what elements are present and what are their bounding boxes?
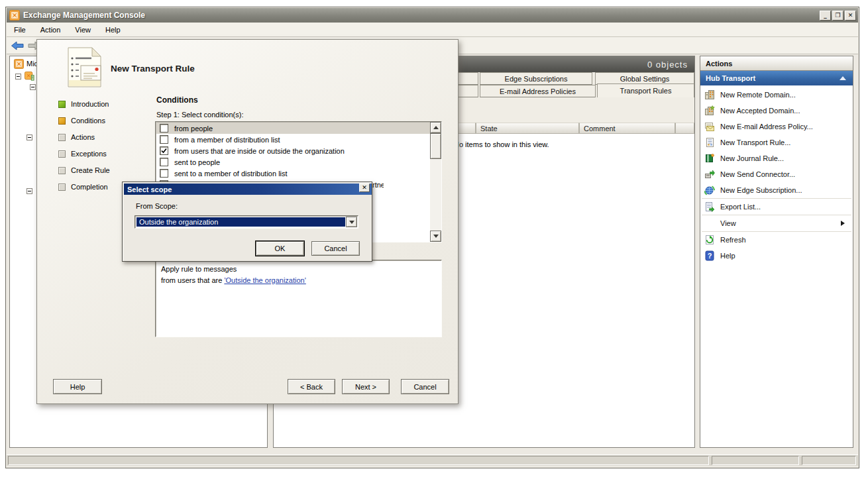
select-scope-dialog: Select scope ✕ From Scope: Outside the o… — [122, 182, 372, 262]
tree-node — [15, 71, 34, 81]
restore-button[interactable]: ❐ — [832, 11, 843, 21]
empty-view-text: No items to show in this view. — [454, 140, 549, 148]
status-bar — [7, 454, 858, 466]
tree-node — [27, 134, 32, 140]
help-icon: ? — [704, 250, 715, 261]
action-new-email-address-policy[interactable]: New E-mail Address Policy... — [700, 119, 853, 134]
next-button[interactable]: Next > — [342, 379, 390, 394]
menu-action[interactable]: Action — [33, 23, 68, 36]
step-status-icon — [58, 150, 66, 158]
action-export-list[interactable]: Export List... — [700, 199, 853, 215]
wizard-step-conditions[interactable]: Conditions — [58, 115, 105, 126]
ok-button[interactable]: OK — [256, 241, 304, 256]
step-status-icon — [58, 167, 66, 174]
step-status-icon — [58, 101, 66, 108]
action-label: New Edge Subscription... — [720, 186, 802, 194]
window-title: Exchange Management Console — [23, 11, 145, 20]
scrollbar-thumb[interactable] — [430, 133, 441, 159]
exchange-logo-icon — [9, 10, 20, 21]
collapse-chevron-icon[interactable] — [840, 76, 846, 80]
new-email-address-policy-icon — [704, 121, 715, 132]
action-new-transport-rule[interactable]: New Transport Rule... — [700, 134, 853, 150]
objects-count: 0 objects — [647, 60, 688, 70]
action-new-journal-rule[interactable]: New Journal Rule... — [700, 150, 853, 166]
svg-text:?: ? — [708, 252, 712, 260]
action-help[interactable]: ? Help — [700, 248, 853, 264]
checkbox-checked[interactable] — [160, 146, 168, 155]
collapse-toggle[interactable] — [27, 188, 32, 194]
condition-from-people[interactable]: from people — [156, 123, 431, 134]
action-label: New Accepted Domain... — [720, 107, 800, 115]
conditions-scrollbar[interactable] — [430, 122, 441, 242]
condition-label: from users that are inside or outside th… — [174, 147, 345, 155]
close-icon[interactable]: ✕ — [359, 184, 370, 192]
wizard-step-completion[interactable]: Completion — [58, 182, 108, 192]
new-send-connector-icon — [704, 169, 715, 180]
back-arrow-icon — [11, 40, 25, 51]
from-scope-dropdown[interactable]: Outside the organization — [135, 215, 358, 229]
help-button[interactable]: Help — [53, 379, 102, 394]
column-header-comment[interactable]: Comment — [579, 123, 675, 134]
checkbox-unchecked[interactable] — [160, 158, 168, 166]
export-list-icon — [704, 201, 715, 212]
condition-from-member-dl[interactable]: from a member of distribution list — [156, 134, 431, 145]
condition-from-users-inside-outside[interactable]: from users that are inside or outside th… — [156, 145, 431, 156]
step-label: Introduction — [71, 100, 109, 108]
cancel-button-wizard[interactable]: Cancel — [401, 379, 449, 394]
action-label: New Journal Rule... — [720, 154, 784, 162]
transport-rule-wizard-icon — [66, 47, 103, 91]
wizard-title: New Transport Rule — [111, 64, 195, 74]
action-label: New Transport Rule... — [720, 138, 790, 146]
wizard-step-create-rule[interactable]: Create Rule — [58, 165, 110, 176]
new-accepted-domain-icon — [704, 105, 715, 116]
tab-edge-subscriptions[interactable]: Edge Subscriptions — [480, 72, 592, 85]
action-new-remote-domain[interactable]: New Remote Domain... — [700, 87, 853, 103]
select-scope-title: Select scope — [127, 186, 172, 193]
title-bar[interactable]: Exchange Management Console _ ❐ ✕ — [7, 8, 858, 23]
from-scope-label: From Scope: — [136, 202, 178, 210]
menu-help[interactable]: Help — [98, 23, 128, 36]
condition-sent-to-member-dl[interactable]: sent to a member of distribution list — [156, 168, 431, 179]
collapse-toggle[interactable] — [27, 134, 32, 140]
action-refresh[interactable]: Refresh — [700, 232, 853, 248]
exchange-org-icon[interactable] — [24, 71, 34, 81]
hub-transport-group-header[interactable]: Hub Transport — [700, 71, 853, 85]
scope-value-link[interactable]: 'Outside the organization' — [224, 276, 305, 284]
checkbox-unchecked[interactable] — [160, 169, 168, 178]
step1-label: Step 1: Select condition(s): — [156, 111, 243, 119]
action-new-send-connector[interactable]: New Send Connector... — [700, 166, 853, 182]
wizard-step-introduction[interactable]: Introduction — [58, 99, 109, 109]
status-cell-3 — [802, 456, 856, 465]
tab-email-address-policies[interactable]: E-mail Address Policies — [480, 85, 596, 97]
wizard-step-exceptions[interactable]: Exceptions — [58, 148, 107, 159]
action-new-accepted-domain[interactable]: New Accepted Domain... — [700, 103, 853, 119]
back-button-wizard[interactable]: < Back — [288, 379, 335, 394]
action-new-edge-subscription[interactable]: New Edge Subscription... — [700, 182, 853, 198]
minimize-button[interactable]: _ — [820, 11, 831, 21]
step-status-icon — [58, 134, 66, 141]
menu-file[interactable]: File — [7, 23, 33, 36]
dropdown-arrow-icon[interactable] — [346, 217, 357, 227]
scroll-up-button[interactable] — [430, 122, 441, 133]
wizard-step-actions[interactable]: Actions — [58, 132, 95, 142]
cancel-button-scope[interactable]: Cancel — [311, 241, 360, 256]
condition-sent-to-people[interactable]: sent to people — [156, 156, 431, 168]
back-button[interactable] — [11, 40, 25, 51]
collapse-toggle[interactable] — [15, 74, 21, 80]
action-label: Export List... — [720, 203, 761, 211]
scroll-down-button[interactable] — [430, 231, 441, 242]
menu-view[interactable]: View — [68, 23, 98, 36]
close-button[interactable]: ✕ — [845, 11, 856, 21]
condition-label: sent to people — [174, 158, 220, 166]
screen: Exchange Management Console _ ❐ ✕ File A… — [0, 0, 868, 481]
action-view[interactable]: View — [700, 215, 853, 231]
action-label: View — [720, 219, 736, 227]
collapse-toggle[interactable] — [30, 84, 36, 90]
column-header-spacer — [675, 123, 694, 134]
column-header-state[interactable]: State — [476, 123, 579, 134]
checkbox-unchecked[interactable] — [160, 135, 168, 144]
checkbox-unchecked[interactable] — [160, 124, 168, 133]
tab-transport-rules[interactable]: Transport Rules — [597, 83, 694, 97]
select-scope-title-bar[interactable]: Select scope — [124, 184, 372, 195]
new-transport-rule-icon — [704, 137, 715, 148]
